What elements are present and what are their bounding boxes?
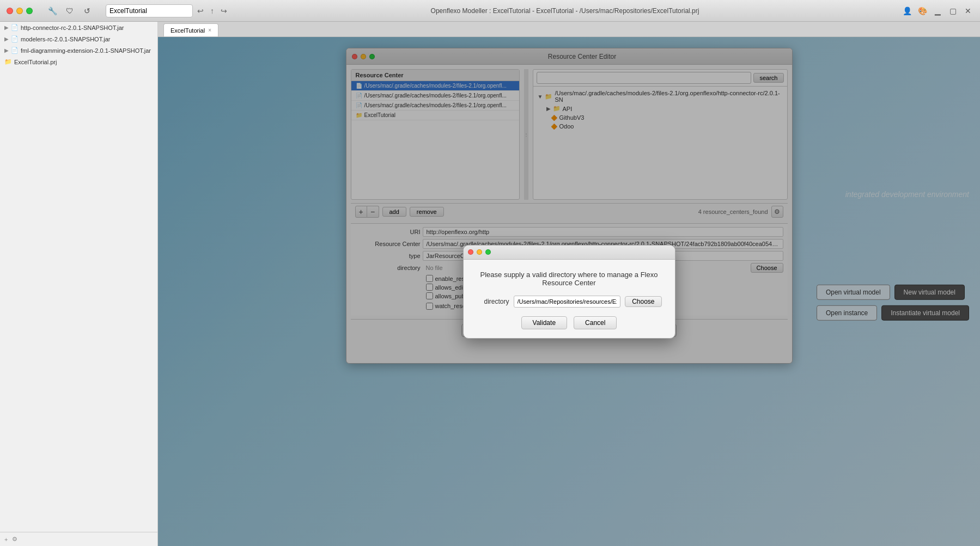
- main-layout: ▶ 📄 http-connector-rc-2.0.1-SNAPSHOT.jar…: [0, 22, 980, 546]
- tab-close-btn[interactable]: ×: [208, 27, 211, 33]
- dialog: Please supply a valid directory where to…: [463, 245, 675, 339]
- sidebar: ▶ 📄 http-connector-rc-2.0.1-SNAPSHOT.jar…: [0, 22, 158, 546]
- dialog-close-btn[interactable]: [468, 249, 473, 255]
- sidebar-item-http-connector[interactable]: ▶ 📄 http-connector-rc-2.0.1-SNAPSHOT.jar: [0, 22, 157, 33]
- window-max-icon[interactable]: ▢: [946, 4, 959, 17]
- dialog-minimize-btn[interactable]: [477, 249, 482, 255]
- dialog-directory-input[interactable]: [514, 296, 621, 308]
- sidebar-item-label: modelers-rc-2.0.1-SNAPSHOT.jar: [21, 36, 110, 42]
- file-icon: 📄: [11, 35, 19, 42]
- palette-icon[interactable]: 🎨: [916, 4, 929, 17]
- expand-icon: ▶: [4, 24, 9, 30]
- sidebar-settings-btn[interactable]: ⚙: [12, 536, 17, 543]
- window-title: Openflexo Modeller : ExcelTutorial - Exc…: [235, 7, 895, 15]
- shield-icon[interactable]: 🛡: [62, 3, 77, 19]
- tab-bar: ExcelTutorial ×: [158, 22, 980, 37]
- sidebar-item-label: ExcelTutorial.prj: [14, 59, 57, 65]
- nav-back-arrow[interactable]: ↩: [195, 5, 206, 16]
- dialog-choose-btn[interactable]: Choose: [625, 296, 661, 307]
- user-icon[interactable]: 👤: [900, 4, 914, 17]
- dialog-maximize-btn[interactable]: [485, 249, 491, 255]
- sidebar-item-exceltutorial[interactable]: 📁 ExcelTutorial.prj: [0, 56, 157, 68]
- close-traffic-light[interactable]: [7, 8, 13, 14]
- expand-icon: ▶: [4, 36, 9, 42]
- window-min-icon[interactable]: ▁: [931, 4, 944, 17]
- project-icon: 📁: [4, 58, 12, 65]
- file-icon: 📄: [11, 47, 19, 54]
- nav-forward-arrow[interactable]: ↪: [218, 5, 229, 16]
- dialog-titlebar: [464, 246, 675, 260]
- title-bar: 🔧 🛡 ↺ ↩ ↑ ↪ Openflexo Modeller : ExcelTu…: [0, 0, 980, 22]
- right-toolbar: 👤 🎨 ▁ ▢ ✕: [895, 4, 980, 17]
- dialog-field-row: directory Choose: [477, 296, 662, 308]
- minimize-traffic-light[interactable]: [16, 8, 23, 14]
- dialog-cancel-btn[interactable]: Cancel: [574, 316, 617, 329]
- traffic-lights: [0, 8, 39, 14]
- openflexo-icon[interactable]: 🔧: [45, 3, 60, 19]
- expand-icon: ▶: [4, 47, 9, 53]
- window-close-icon[interactable]: ✕: [961, 4, 975, 17]
- sidebar-item-label: fml-diagramming-extension-2.0.1-SNAPSHOT…: [21, 47, 151, 54]
- dialog-buttons: Validate Cancel: [477, 316, 662, 329]
- sidebar-item-fml[interactable]: ▶ 📄 fml-diagramming-extension-2.0.1-SNAP…: [0, 45, 157, 56]
- toolbar-icons: 🔧 🛡 ↺: [39, 3, 100, 19]
- sidebar-item-modelers[interactable]: ▶ 📄 modelers-rc-2.0.1-SNAPSHOT.jar: [0, 33, 157, 45]
- sidebar-add-btn[interactable]: +: [4, 536, 8, 543]
- file-icon: 📄: [11, 24, 19, 31]
- nav-up-arrow[interactable]: ↑: [208, 5, 216, 16]
- content-area: ExcelTutorial × integrated development e…: [158, 22, 980, 546]
- dialog-body: Please supply a valid directory where to…: [464, 260, 675, 338]
- tab-label: ExcelTutorial: [171, 27, 205, 34]
- tab-exceltutorial[interactable]: ExcelTutorial ×: [163, 23, 218, 36]
- dialog-validate-btn[interactable]: Validate: [521, 316, 567, 329]
- sidebar-item-label: http-connector-rc-2.0.1-SNAPSHOT.jar: [21, 24, 124, 31]
- refresh-icon[interactable]: ↺: [80, 3, 95, 19]
- dialog-overlay: Please supply a valid directory where to…: [158, 37, 980, 546]
- editor-area: integrated development environment Open …: [158, 37, 980, 546]
- nav-input[interactable]: [106, 4, 193, 17]
- dialog-message: Please supply a valid directory where to…: [477, 271, 662, 287]
- dialog-field-label: directory: [477, 298, 509, 305]
- nav-input-area: ↩ ↑ ↪: [100, 4, 235, 17]
- maximize-traffic-light[interactable]: [26, 8, 33, 14]
- sidebar-bottom: + ⚙: [0, 532, 157, 546]
